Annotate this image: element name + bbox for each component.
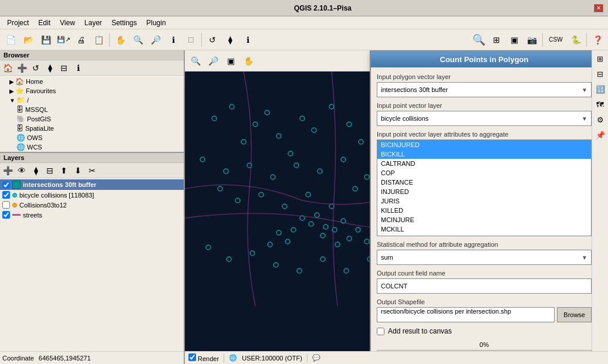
browser-add-btn[interactable]: ➕: [15, 62, 28, 74]
menu-settings[interactable]: Settings: [107, 18, 141, 28]
zoom-out-button[interactable]: 🔎: [147, 32, 164, 48]
browser-refresh-btn[interactable]: ↺: [29, 62, 42, 74]
attr-distance[interactable]: DISTANCE: [377, 178, 591, 187]
right-btn-4[interactable]: 🗺: [593, 97, 607, 111]
layer-item-intersections[interactable]: intersections 30ft buffer: [0, 179, 184, 190]
attr-mckill[interactable]: MCKILL: [377, 224, 591, 234]
postgis-icon: 🐘: [16, 115, 25, 123]
layer-item-bicycle[interactable]: bicycle collisions [118083]: [0, 190, 184, 200]
output-field-label: Output count field name: [377, 270, 592, 277]
attr-caltrand[interactable]: CALTRAND: [377, 159, 591, 168]
layer-checkbox-bicycle[interactable]: [2, 191, 10, 199]
select-button[interactable]: ⬚: [183, 32, 199, 48]
dialog-overlay: Count Points in Polygon Input polygon ve…: [185, 50, 608, 364]
layer-label-collisions: Collisions03to12: [19, 202, 67, 209]
menu-project[interactable]: Project: [2, 18, 33, 28]
progress-label: 0%: [377, 341, 592, 348]
identify-button[interactable]: ℹ: [165, 32, 181, 48]
layer-eye-btn[interactable]: 👁: [15, 164, 28, 177]
add-to-canvas-checkbox[interactable]: [377, 328, 384, 335]
render-label: Render: [188, 353, 219, 362]
polygon-layer-combo[interactable]: intersections 30ft buffer ▼: [377, 82, 592, 97]
tree-label-spatialite: SpatiaLite: [25, 125, 54, 132]
stat-method-combo[interactable]: sum ▼: [377, 250, 592, 265]
browser-home-btn[interactable]: 🏠: [1, 62, 14, 74]
print-button[interactable]: 🖨: [73, 32, 89, 48]
tree-item-mssql[interactable]: 🗄 MSSQL: [0, 105, 184, 114]
layer-item-streets[interactable]: streets: [0, 210, 184, 220]
menu-plugin[interactable]: Plugin: [141, 18, 170, 28]
csw-button[interactable]: CSW: [545, 32, 566, 48]
tree-item-spatialite[interactable]: 🗄 SpatiaLite: [0, 124, 184, 133]
new-button[interactable]: 📄: [2, 32, 19, 48]
save-as-button[interactable]: 💾↗: [55, 32, 72, 48]
layer-checkbox-streets[interactable]: [2, 211, 10, 219]
layer-collapse-btn[interactable]: ⊟: [43, 164, 56, 177]
attr-injured[interactable]: INJURED: [377, 187, 591, 196]
menu-view[interactable]: View: [55, 18, 80, 28]
layer-move-up-btn[interactable]: ⬆: [58, 164, 70, 177]
attr-bicinjured[interactable]: BICINJURED: [377, 140, 591, 149]
tree-item-favourites[interactable]: ▶ ⭐ Favourites: [0, 86, 184, 96]
point-layer-value: bicycle collisions: [381, 115, 582, 122]
save-button[interactable]: 💾: [38, 32, 54, 48]
menu-layer[interactable]: Layer: [80, 18, 107, 28]
layer-checkbox-intersections[interactable]: [2, 181, 10, 189]
layer-item-collisions[interactable]: Collisions03to12: [0, 200, 184, 210]
capture-button[interactable]: 📷: [523, 32, 540, 48]
zoom-in-button[interactable]: 🔍: [130, 32, 146, 48]
status-sep-1: [224, 354, 224, 362]
select-arrow-button[interactable]: ▣: [506, 32, 522, 48]
zoom-selection-button[interactable]: ⊞: [488, 32, 505, 48]
right-btn-5[interactable]: ⚙: [593, 113, 607, 127]
layer-add-btn[interactable]: ➕: [1, 164, 14, 177]
compose-button[interactable]: 📋: [90, 32, 107, 48]
zoom-full-button[interactable]: 🔍: [471, 32, 487, 48]
right-btn-6[interactable]: 📌: [593, 128, 607, 142]
output-field-input[interactable]: [377, 278, 592, 294]
window-close-button[interactable]: ✕: [594, 4, 603, 12]
tree-item-ows[interactable]: 🌐 OWS: [0, 133, 184, 142]
right-btn-2[interactable]: ⊟: [593, 67, 607, 81]
attr-cop[interactable]: COP: [377, 168, 591, 178]
pan-button[interactable]: ✋: [112, 32, 129, 48]
browser-info-btn[interactable]: ℹ: [72, 62, 85, 74]
attr-bickill[interactable]: BICKILL: [377, 149, 591, 159]
attr-juris[interactable]: JURIS: [377, 196, 591, 206]
tree-item-root[interactable]: ▼ 📁 /: [0, 96, 184, 105]
point-layer-combo[interactable]: bicycle collisions ▼: [377, 111, 592, 126]
layer-checkbox-collisions[interactable]: [2, 201, 10, 209]
open-button[interactable]: 📂: [20, 32, 36, 48]
coord-label: Coordinate: [2, 355, 34, 362]
layer-label-bicycle: bicycle collisions [118083]: [19, 192, 94, 199]
browser-collapse-btn[interactable]: ⊟: [58, 62, 70, 74]
filter-button[interactable]: ⧫: [222, 32, 238, 48]
folder-icon: 📁: [16, 96, 25, 104]
attr-month[interactable]: MONTH_: [377, 234, 591, 236]
map-area[interactable]: 🔍 🔎 ▣ ✋: [185, 50, 608, 364]
shapefile-input[interactable]: rsection/bicycle collisions per intersec…: [377, 307, 555, 322]
attr-killed[interactable]: KILLED: [377, 206, 591, 215]
help-button[interactable]: ❓: [589, 32, 606, 48]
python-button[interactable]: 🐍: [568, 32, 584, 48]
menu-edit[interactable]: Edit: [33, 18, 55, 28]
browser-filter-btn[interactable]: ⧫: [43, 62, 56, 74]
right-btn-3[interactable]: 🔢: [593, 82, 607, 96]
tips-button[interactable]: ℹ: [239, 32, 256, 48]
browse-button[interactable]: Browse: [557, 307, 592, 322]
layer-move-down-btn[interactable]: ⬇: [72, 164, 85, 177]
layer-remove-btn[interactable]: ✂: [86, 164, 99, 177]
right-btn-1[interactable]: ⊞: [593, 52, 607, 66]
refresh-button[interactable]: ↺: [204, 32, 221, 48]
layer-filter-btn[interactable]: ⧫: [29, 164, 42, 177]
toolbar-sep-4: [586, 33, 587, 47]
attributes-listbox[interactable]: BICINJURED BICKILL CALTRAND COP DISTANCE…: [377, 140, 592, 236]
add-to-canvas-label: Add result to canvas: [388, 327, 452, 335]
tree-item-wcs[interactable]: 🌐 WCS: [0, 142, 184, 152]
attr-mcinjure[interactable]: MCINJURE: [377, 215, 591, 224]
tree-item-home[interactable]: ▶ 🏠 Home: [0, 77, 184, 86]
render-checkbox[interactable]: [188, 353, 196, 361]
coord-bar: Coordinate 6465465,1945271: [0, 351, 184, 364]
right-toolbar: ⊞ ⊟ 🔢 🗺 ⚙ 📌: [592, 50, 608, 351]
tree-item-postgis[interactable]: 🐘 PostGIS: [0, 114, 184, 124]
